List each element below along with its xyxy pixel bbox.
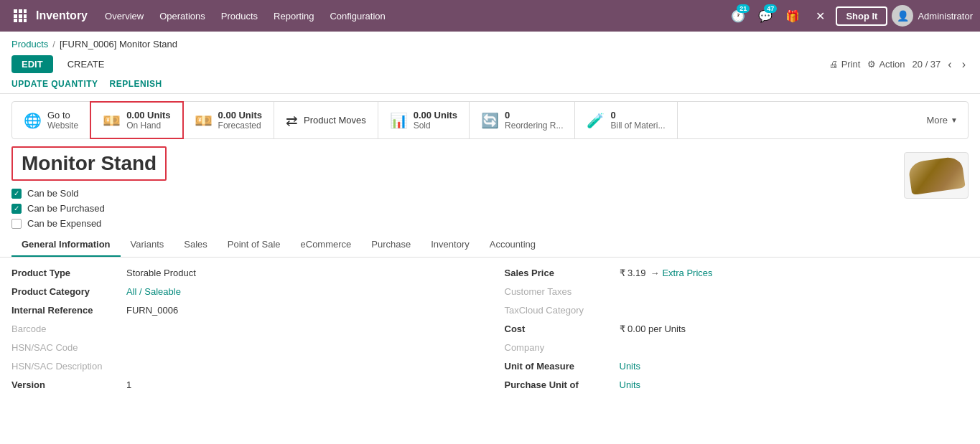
stat-sold-label: Sold bbox=[414, 121, 457, 131]
tab-ecommerce[interactable]: eCommerce bbox=[291, 233, 362, 257]
stat-bom[interactable]: 🧪 0 Bill of Materi... bbox=[575, 102, 677, 138]
replenish-button[interactable]: REPLENISH bbox=[110, 79, 162, 89]
pagination-text: 20 / 37 bbox=[913, 59, 941, 70]
app-container: Inventory Overview Operations Products R… bbox=[0, 0, 980, 408]
field-product-type: Product Type Storable Product bbox=[11, 268, 476, 278]
menu-overview[interactable]: Overview bbox=[98, 6, 151, 26]
stat-on-hand[interactable]: 💴 0.00 Units On Hand bbox=[90, 101, 183, 139]
stat-text: Go to Website bbox=[47, 110, 78, 131]
svg-rect-1 bbox=[19, 9, 22, 13]
svg-rect-3 bbox=[14, 14, 17, 18]
product-title-box: Monitor Stand bbox=[11, 146, 167, 181]
more-label: More bbox=[926, 115, 948, 126]
activity-badge: 21 bbox=[737, 4, 750, 13]
shop-it-button[interactable]: Shop It bbox=[836, 6, 887, 26]
checkbox-can-be-expensed[interactable]: Can be Expensed bbox=[11, 218, 167, 229]
breadcrumb-parent[interactable]: Products bbox=[11, 39, 48, 49]
flask-icon: 🧪 bbox=[587, 112, 605, 129]
stat-forecasted[interactable]: 💴 0.00 Units Forecasted bbox=[183, 102, 274, 138]
field-purchase-uom: Purchase Unit of Units bbox=[505, 379, 969, 390]
menu-operations[interactable]: Operations bbox=[152, 6, 213, 26]
checkbox-sold-label: Can be Sold bbox=[27, 188, 79, 199]
tab-accounting[interactable]: Accounting bbox=[480, 233, 546, 257]
label-hsn-desc: HSN/SAC Description bbox=[11, 361, 126, 372]
stat-reordering[interactable]: 🔄 0 Reordering R... bbox=[470, 102, 575, 138]
pagination: 20 / 37 ‹ › bbox=[913, 57, 969, 72]
field-product-category: Product Category All / Saleable bbox=[11, 286, 476, 297]
activity-icon[interactable]: 🕐 21 bbox=[727, 4, 750, 27]
tab-inventory[interactable]: Inventory bbox=[421, 233, 479, 257]
money-icon-2: 💴 bbox=[195, 112, 213, 129]
svg-rect-2 bbox=[24, 9, 27, 13]
checkbox-can-be-sold[interactable]: ✓ Can be Sold bbox=[11, 188, 167, 199]
checkbox-expensed-indicator bbox=[11, 219, 22, 229]
edit-button[interactable]: EDIT bbox=[11, 55, 53, 73]
tabs-bar: General Information Variants Sales Point… bbox=[0, 233, 980, 258]
value-version: 1 bbox=[126, 379, 131, 390]
checkbox-purchased-indicator: ✓ bbox=[11, 204, 22, 214]
print-icon: 🖨 bbox=[829, 59, 839, 70]
stat-text-onhand: 0.00 Units On Hand bbox=[126, 110, 170, 131]
value-sales-price: ₹ 3.19 bbox=[620, 268, 646, 278]
content-left: Product Type Storable Product Product Ca… bbox=[11, 268, 476, 398]
label-uom: Unit of Measure bbox=[505, 361, 620, 372]
close-icon[interactable]: ✕ bbox=[808, 4, 831, 27]
tab-variants[interactable]: Variants bbox=[121, 233, 174, 257]
stat-more[interactable]: More ▼ bbox=[916, 102, 968, 138]
menu-reporting[interactable]: Reporting bbox=[266, 6, 321, 26]
create-button[interactable]: CREATE bbox=[60, 55, 112, 73]
print-label: Print bbox=[841, 59, 861, 70]
label-barcode: Barcode bbox=[11, 323, 126, 334]
grid-icon[interactable] bbox=[7, 3, 33, 29]
gift-icon[interactable]: 🎁 bbox=[781, 4, 804, 27]
menu-products[interactable]: Products bbox=[214, 6, 265, 26]
bar-chart-icon: 📊 bbox=[390, 112, 408, 129]
label-sales-price: Sales Price bbox=[505, 268, 620, 278]
label-hsn-code: HSN/SAC Code bbox=[11, 342, 126, 353]
stat-units-sold[interactable]: 📊 0.00 Units Sold bbox=[378, 102, 470, 138]
label-cost: Cost bbox=[505, 323, 620, 334]
field-customer-taxes: Customer Taxes bbox=[505, 286, 969, 297]
pagination-next[interactable]: › bbox=[959, 57, 969, 72]
breadcrumb-sep: / bbox=[52, 39, 55, 49]
checkbox-expensed-label: Can be Expensed bbox=[27, 218, 101, 229]
label-internal-ref: Internal Reference bbox=[11, 305, 126, 316]
messages-icon[interactable]: 💬 47 bbox=[754, 4, 777, 27]
tab-point-of-sale[interactable]: Point of Sale bbox=[218, 233, 291, 257]
field-sales-price: Sales Price ₹ 3.19 → Extra Prices bbox=[505, 268, 969, 278]
stat-onhand-value: 0.00 Units bbox=[126, 110, 170, 121]
breadcrumb-current: [FURN_0006] Monitor Stand bbox=[60, 39, 177, 49]
value-cost: ₹ 0.00 per Units bbox=[620, 323, 686, 334]
product-thumbnail bbox=[904, 152, 969, 199]
label-customer-taxes: Customer Taxes bbox=[505, 286, 620, 297]
label-product-category: Product Category bbox=[11, 286, 126, 297]
print-button[interactable]: 🖨 Print bbox=[829, 59, 861, 70]
pagination-prev[interactable]: ‹ bbox=[945, 57, 954, 72]
label-version: Version bbox=[11, 379, 126, 390]
value-product-category[interactable]: All / Saleable bbox=[126, 286, 181, 297]
stat-goto-label: Go to bbox=[47, 110, 78, 121]
label-product-type: Product Type bbox=[11, 268, 126, 278]
tab-sales[interactable]: Sales bbox=[174, 233, 218, 257]
stat-goto-website[interactable]: 🌐 Go to Website bbox=[12, 102, 90, 138]
checkbox-can-be-purchased[interactable]: ✓ Can be Purchased bbox=[11, 203, 167, 214]
stat-sold-value: 0.00 Units bbox=[414, 110, 457, 121]
svg-rect-0 bbox=[14, 9, 17, 13]
tab-purchase[interactable]: Purchase bbox=[361, 233, 421, 257]
action-button[interactable]: ⚙ Action bbox=[867, 59, 905, 70]
money-icon-1: 💴 bbox=[103, 112, 121, 129]
stat-bom-value: 0 bbox=[610, 110, 665, 121]
admin-name[interactable]: Administrator bbox=[918, 11, 973, 22]
label-taxcloud: TaxCloud Category bbox=[505, 305, 620, 316]
value-uom[interactable]: Units bbox=[620, 361, 641, 372]
stat-product-moves[interactable]: ⇄ Product Moves bbox=[274, 102, 378, 138]
value-purchase-uom[interactable]: Units bbox=[620, 379, 641, 390]
tab-general-info[interactable]: General Information bbox=[11, 233, 121, 257]
top-navbar: Inventory Overview Operations Products R… bbox=[0, 0, 980, 32]
menu-configuration[interactable]: Configuration bbox=[322, 6, 392, 26]
checkbox-purchased-label: Can be Purchased bbox=[27, 203, 105, 214]
stat-text-moves: Product Moves bbox=[304, 115, 366, 126]
extra-prices-link[interactable]: Extra Prices bbox=[662, 268, 712, 278]
field-internal-ref: Internal Reference FURN_0006 bbox=[11, 305, 476, 316]
update-quantity-button[interactable]: UPDATE QUANTITY bbox=[11, 79, 98, 89]
